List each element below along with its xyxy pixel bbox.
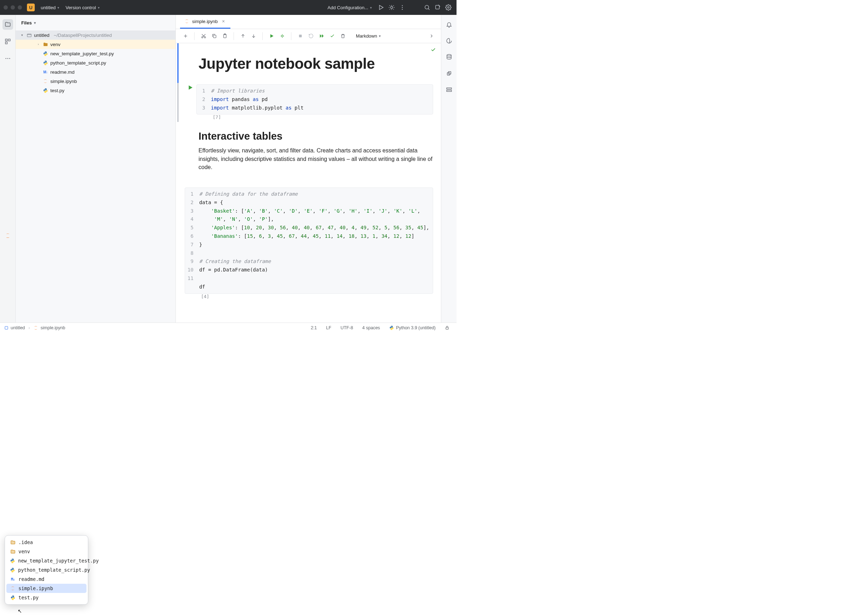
titlebar: U untitled▾ Version control▾ Add Configu… [0, 0, 456, 15]
tab-close-icon[interactable]: × [220, 18, 226, 24]
svg-point-15 [46, 55, 46, 55]
toolbar-chevron-icon[interactable] [427, 32, 436, 41]
svg-point-19 [46, 92, 46, 92]
svg-rect-26 [299, 35, 302, 38]
breadcrumb-file[interactable]: simple.ipynb [33, 326, 65, 330]
tree-item[interactable]: simple.ipynb [16, 76, 175, 86]
window-controls[interactable] [4, 5, 22, 10]
status-bar: untitled › simple.ipynb 2:1 LF UTF-8 4 s… [0, 323, 456, 333]
more-icon[interactable] [398, 3, 407, 12]
svg-rect-9 [5, 42, 7, 44]
project-tool-icon[interactable] [3, 19, 13, 30]
sidebar-header[interactable]: Files▾ [16, 15, 175, 31]
notifications-icon[interactable] [445, 20, 454, 29]
tab-simple-ipynb[interactable]: simple.ipynb × [180, 15, 230, 29]
breadcrumb-sep: › [28, 326, 30, 330]
svg-rect-13 [27, 34, 31, 37]
copy-icon[interactable] [210, 32, 219, 41]
clear-outputs-icon[interactable] [327, 32, 337, 41]
vcs-menu[interactable]: Version control▾ [62, 3, 103, 12]
debug-icon[interactable] [387, 3, 396, 12]
eol[interactable]: LF [323, 326, 334, 330]
move-up-icon[interactable] [238, 32, 247, 41]
jupyter-tool-icon[interactable] [3, 230, 13, 241]
paste-icon[interactable] [220, 32, 229, 41]
more-tool-icon[interactable] [3, 53, 13, 64]
svg-point-27 [447, 54, 451, 56]
project-sidebar: Files▾ ▾ untitled ~/DataspellProjects/un… [16, 15, 176, 323]
ai-assist-icon[interactable] [445, 36, 454, 45]
run-icon[interactable] [376, 3, 386, 12]
encoding[interactable]: UTF-8 [338, 326, 356, 330]
tree-item[interactable]: new_template_jupyter_test.py [16, 49, 175, 58]
tree-root-path: ~/DataspellProjects/untitled [54, 32, 112, 38]
stop-icon[interactable] [296, 32, 305, 41]
breadcrumb-root[interactable]: untitled [4, 326, 25, 330]
run-all-icon[interactable] [317, 32, 326, 41]
tree-root[interactable]: ▾ untitled ~/DataspellProjects/untitled [16, 31, 175, 40]
svg-point-12 [9, 58, 10, 59]
svg-rect-8 [8, 39, 10, 41]
code-cell-2[interactable]: 1 2 3 4 5 6 7 8 9 10 11 # Defining data … [176, 186, 441, 301]
run-config-chooser[interactable]: Add Configuration...▾ [324, 3, 375, 12]
structure-tool-icon[interactable] [3, 36, 13, 47]
settings-icon[interactable] [444, 3, 453, 12]
delete-cell-icon[interactable] [338, 32, 347, 41]
run-cell-icon[interactable] [267, 32, 276, 41]
notebook-body[interactable]: Jupyter notebook sample 1 2 3 # Import l… [176, 43, 441, 323]
nb-title: Jupyter notebook sample [198, 55, 433, 72]
svg-rect-7 [5, 39, 7, 41]
project-badge: U [27, 4, 35, 11]
svg-point-0 [390, 6, 393, 9]
editor-tabs: simple.ipynb × [176, 15, 441, 29]
close-dot[interactable] [4, 5, 8, 10]
markdown-cell-1[interactable]: Jupyter notebook sample [176, 43, 441, 83]
caret-pos[interactable]: 2:1 [308, 326, 320, 330]
tree-item[interactable]: ›venv [16, 40, 175, 49]
svg-point-14 [45, 52, 45, 52]
cell-type-dropdown[interactable]: Markdown▾ [353, 32, 383, 40]
svg-point-2 [402, 7, 403, 8]
exec-count-1: [7] [211, 114, 441, 122]
debug-cell-icon[interactable] [277, 32, 287, 41]
svg-point-18 [45, 89, 45, 89]
svg-point-25 [282, 35, 283, 37]
jupyter-icon [33, 326, 38, 330]
left-rail [0, 15, 16, 323]
code-cell-1[interactable]: 1 2 3 # Import libraries import pandas a… [176, 83, 441, 122]
edit-config-icon[interactable] [433, 3, 442, 12]
max-dot[interactable] [18, 5, 22, 10]
lock-icon[interactable] [442, 326, 452, 330]
svg-point-11 [7, 58, 8, 59]
svg-rect-32 [5, 326, 8, 329]
database-icon[interactable] [445, 53, 454, 62]
notebook-toolbar: Markdown▾ [176, 29, 441, 43]
layout-icon[interactable] [445, 85, 454, 94]
exec-count-2: [4] [199, 294, 441, 301]
cut-icon[interactable] [199, 32, 208, 41]
tab-label: simple.ipynb [192, 19, 218, 24]
project-chooser[interactable]: untitled▾ [38, 3, 62, 12]
section-body: Effortlessly view, navigate, sort, and f… [198, 147, 433, 171]
svg-point-33 [391, 326, 391, 326]
restart-icon[interactable] [306, 32, 315, 41]
svg-point-16 [45, 61, 45, 61]
move-down-icon[interactable] [249, 32, 258, 41]
tree-item[interactable]: test.py [16, 86, 175, 95]
file-tree: ▾ untitled ~/DataspellProjects/untitled … [16, 31, 175, 323]
section-title: Interactive tables [198, 131, 433, 142]
svg-rect-30 [447, 88, 452, 89]
indent[interactable]: 4 spaces [359, 326, 383, 330]
svg-rect-5 [436, 5, 440, 9]
svg-point-1 [402, 5, 403, 6]
markdown-cell-2[interactable]: Interactive tables Effortlessly view, na… [176, 122, 441, 176]
min-dot[interactable] [11, 5, 15, 10]
add-cell-icon[interactable] [181, 32, 190, 41]
interpreter[interactable]: Python 3.9 (untitled) [386, 326, 439, 330]
search-icon[interactable] [422, 3, 432, 12]
tree-item[interactable]: python_template_script.py [16, 58, 175, 67]
run-cell-gutter-icon[interactable] [187, 84, 194, 91]
plugins-icon[interactable] [445, 69, 454, 78]
svg-rect-31 [447, 90, 452, 92]
tree-item[interactable]: M↓readme.md [16, 67, 175, 76]
